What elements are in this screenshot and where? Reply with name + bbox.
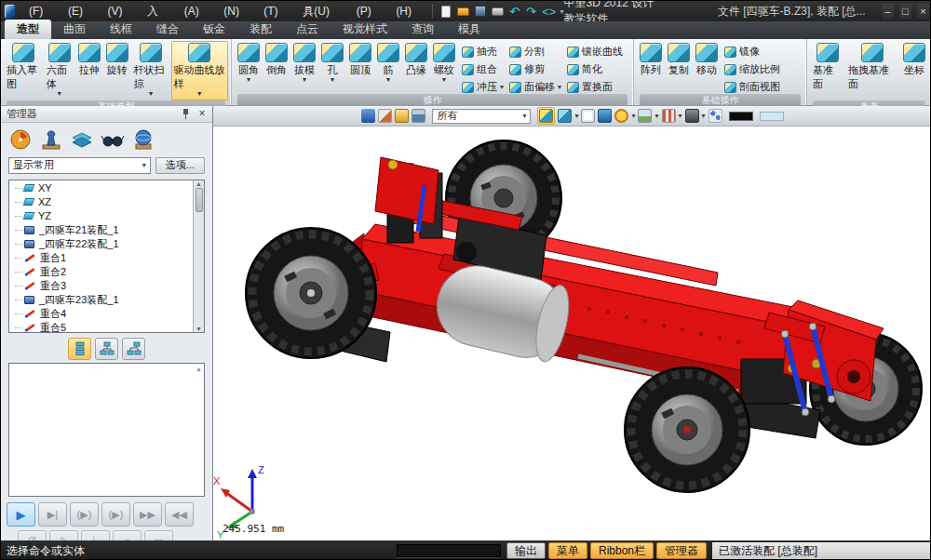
clip-plane-icon[interactable] [378, 109, 392, 123]
ribbon-button[interactable]: 复制 [665, 41, 693, 87]
structure-list-view-button[interactable] [68, 338, 91, 360]
ribbon-button[interactable]: 螺纹 ▾ [430, 41, 458, 87]
status-toggle-button[interactable]: Ribbon栏 [590, 542, 654, 559]
tree-item[interactable]: _四驱车22装配_1 [9, 237, 193, 251]
chevron-down-icon[interactable]: ▾ [574, 112, 578, 120]
ribbon-button[interactable]: 插入草图 [4, 41, 44, 100]
chevron-down-icon[interactable]: ▾ [631, 112, 635, 120]
ribbon-tab[interactable]: 曲面 [51, 20, 98, 39]
visibility-glasses-icon[interactable] [101, 127, 125, 152]
ribbon-button[interactable]: 六面体 ▾ [44, 41, 75, 100]
ribbon-button[interactable]: 基准面 [810, 41, 845, 100]
world-sphere-icon[interactable] [131, 127, 155, 152]
scroll-down-icon[interactable]: ▼ [196, 326, 202, 332]
ribbon-button[interactable]: 筋 ▾ [374, 41, 402, 87]
bounding-box-icon[interactable] [395, 109, 409, 123]
ribbon-tab[interactable]: 视觉样式 [331, 20, 399, 39]
render-monitor-icon[interactable] [685, 109, 699, 123]
open-file-icon[interactable] [457, 4, 469, 19]
print-icon[interactable] [492, 4, 504, 19]
tree-scrollbar[interactable]: ▲ ▼ [193, 180, 204, 333]
close-button[interactable]: × [917, 4, 929, 19]
ribbon-button[interactable]: 拔模 ▾ [290, 41, 318, 87]
tree-item[interactable]: _四驱车23装配_1 [9, 293, 193, 307]
tree-item[interactable]: 重合5 [9, 321, 193, 334]
tree-item[interactable]: _四驱车21装配_1 [9, 223, 193, 237]
tree-item[interactable]: 重合2 [9, 265, 193, 279]
regen-list-box[interactable]: ▲ [8, 363, 205, 497]
ribbon-tab[interactable]: 查询 [399, 20, 446, 39]
playback-button[interactable]: ▶▶ [133, 502, 162, 527]
tree-item[interactable]: 重合4 [9, 307, 193, 321]
playback-edit-button[interactable]: ↳ [81, 530, 110, 540]
ribbon-small-button[interactable]: 组合 [462, 62, 504, 76]
playback-edit-button[interactable]: Ø [18, 530, 47, 540]
ribbon-small-button[interactable]: 修剪 [509, 62, 561, 76]
new-document-icon[interactable] [440, 4, 452, 19]
model-canvas[interactable]: Z X Y 245.951 mm [213, 127, 931, 540]
tree-item[interactable]: YZ [9, 209, 193, 223]
section-grid-icon[interactable] [662, 109, 676, 123]
structure-tree-view-button[interactable] [95, 338, 118, 360]
ribbon-button[interactable]: 拉伸 [75, 41, 103, 87]
status-toggle-button[interactable]: 菜单 [548, 542, 587, 559]
playback-edit-button[interactable]: ▭ [144, 530, 173, 540]
playback-button[interactable]: (▶) [70, 502, 99, 527]
ribbon-tab[interactable]: 缝合 [144, 20, 191, 39]
playback-edit-button[interactable]: × [113, 530, 142, 540]
redo-icon[interactable]: ↷ [526, 4, 537, 19]
ribbon-button[interactable]: 驱动曲线放样 ▾ [171, 41, 228, 100]
display-filter-dropdown[interactable]: 显示常用 ▾ [8, 157, 151, 174]
ribbon-small-button[interactable]: 置换面 [567, 80, 626, 94]
background-color-swatch[interactable] [729, 112, 753, 121]
ribbon-button[interactable]: 圆顶 [346, 41, 374, 87]
select-entity-icon[interactable] [361, 109, 375, 123]
tree-item[interactable]: XZ [9, 195, 193, 209]
filter-chart-icon[interactable] [412, 109, 425, 123]
ribbon-tab[interactable]: 装配 [237, 20, 284, 39]
scroll-up-icon[interactable]: ▲ [196, 180, 202, 187]
ribbon-button[interactable]: 凸缘 [402, 41, 430, 87]
panel-close-icon[interactable]: × [196, 107, 209, 120]
ribbon-button[interactable]: 倒角 [263, 41, 290, 87]
ribbon-button[interactable]: 杆状扫掠 ▾ [131, 41, 171, 100]
playback-button[interactable]: ▶| [38, 502, 67, 527]
undo-icon[interactable]: ↶ [509, 4, 520, 19]
ribbon-small-button[interactable]: 面偏移 ▾ [509, 80, 561, 94]
ribbon-small-button[interactable]: 镶嵌曲线 [567, 45, 626, 59]
ribbon-tab[interactable]: 线框 [98, 20, 144, 39]
status-toggle-button[interactable]: 管理器 [656, 542, 707, 559]
command-input-field[interactable] [397, 544, 501, 557]
scroll-up-icon[interactable]: ▲ [196, 366, 202, 372]
assembly-manager-icon[interactable] [39, 127, 63, 152]
save-icon[interactable] [475, 4, 486, 19]
shaded-mode-active[interactable] [537, 107, 555, 125]
pick-filter-dropdown[interactable]: 所有 ▾ [432, 109, 531, 124]
history-manager-icon[interactable] [8, 127, 33, 152]
pin-icon[interactable] [181, 108, 192, 119]
status-toggle-button[interactable]: 输出 [506, 542, 546, 559]
structure-graph-view-button[interactable] [122, 338, 145, 360]
ribbon-button[interactable]: 孔 ▾ [318, 41, 346, 87]
playback-button[interactable]: ▶ [7, 502, 35, 527]
ribbon-button[interactable]: 坐标 [900, 41, 928, 87]
ribbon-button[interactable]: 圆角 ▾ [235, 41, 263, 87]
tree-item[interactable]: XY [9, 181, 193, 195]
ribbon-tab[interactable]: 模具 [446, 20, 492, 39]
playback-button[interactable]: (▶) [101, 502, 130, 527]
layers-icon[interactable] [70, 127, 94, 152]
minimize-button[interactable]: – [882, 4, 894, 19]
chevron-down-icon[interactable]: ▾ [679, 112, 682, 120]
display-mode-cube-icon[interactable] [558, 109, 572, 123]
code-brackets-icon[interactable]: <> [542, 4, 556, 19]
ribbon-button[interactable]: 移动 [693, 41, 721, 87]
ribbon-small-button[interactable]: 剖面视图 [724, 80, 783, 94]
ribbon-small-button[interactable]: 抽壳 [462, 45, 504, 59]
ribbon-tab[interactable]: 钣金 [191, 20, 237, 39]
highlight-color-swatch[interactable] [760, 112, 784, 121]
walkthrough-icon[interactable] [708, 109, 722, 123]
tree-item[interactable]: 重合3 [9, 279, 193, 293]
ribbon-button[interactable]: 阵列 [637, 41, 665, 87]
playback-button[interactable]: ◀◀ [165, 502, 194, 527]
ribbon-tab[interactable]: 点云 [284, 20, 331, 39]
